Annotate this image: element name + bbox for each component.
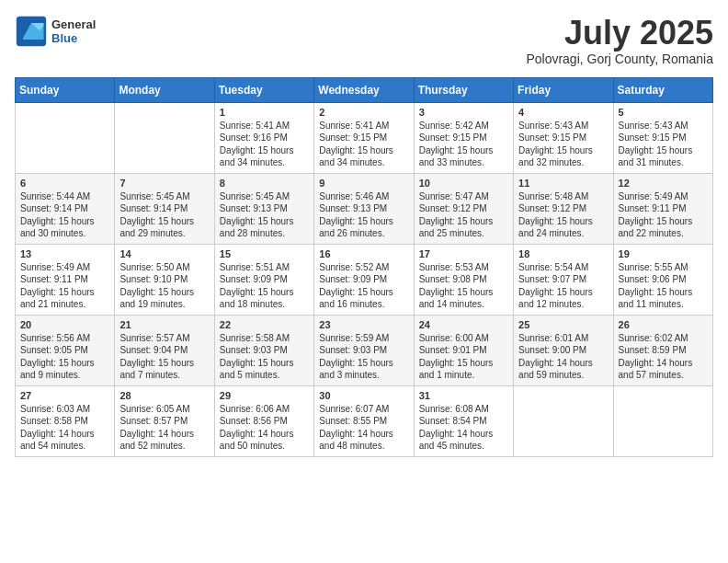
day-number: 1: [220, 107, 309, 118]
day-number: 10: [419, 178, 508, 189]
weekday-header: Tuesday: [214, 77, 313, 102]
day-number: 30: [319, 390, 408, 401]
calendar-cell: 27Sunrise: 6:03 AM Sunset: 8:58 PM Dayli…: [16, 385, 115, 456]
calendar-cell: 15Sunrise: 5:51 AM Sunset: 9:09 PM Dayli…: [214, 244, 313, 315]
day-info: Sunrise: 5:59 AM Sunset: 9:03 PM Dayligh…: [319, 332, 408, 382]
day-number: 28: [119, 390, 209, 401]
calendar-week-row: 6Sunrise: 5:44 AM Sunset: 9:14 PM Daylig…: [16, 173, 713, 244]
day-info: Sunrise: 5:45 AM Sunset: 9:13 PM Dayligh…: [220, 190, 309, 240]
logo-blue-text: Blue: [51, 31, 96, 45]
day-info: Sunrise: 6:03 AM Sunset: 8:58 PM Dayligh…: [20, 403, 109, 453]
calendar-cell: 14Sunrise: 5:50 AM Sunset: 9:10 PM Dayli…: [115, 244, 214, 315]
day-info: Sunrise: 5:48 AM Sunset: 9:12 PM Dayligh…: [518, 190, 608, 240]
calendar-cell: 19Sunrise: 5:55 AM Sunset: 9:06 PM Dayli…: [613, 244, 712, 315]
day-info: Sunrise: 6:07 AM Sunset: 8:55 PM Dayligh…: [319, 403, 408, 453]
day-number: 29: [220, 390, 309, 401]
day-info: Sunrise: 5:54 AM Sunset: 9:07 PM Dayligh…: [518, 261, 608, 311]
day-number: 8: [220, 178, 309, 189]
location-text: Polovragi, Gorj County, Romania: [526, 52, 713, 66]
weekday-header-row: SundayMondayTuesdayWednesdayThursdayFrid…: [16, 77, 713, 102]
calendar-cell: 26Sunrise: 6:02 AM Sunset: 8:59 PM Dayli…: [613, 315, 712, 385]
page-header: General Blue July 2025 Polovragi, Gorj C…: [15, 15, 713, 66]
calendar-week-row: 1Sunrise: 5:41 AM Sunset: 9:16 PM Daylig…: [16, 102, 713, 173]
calendar-cell: 11Sunrise: 5:48 AM Sunset: 9:12 PM Dayli…: [514, 173, 613, 244]
calendar-cell: 5Sunrise: 5:43 AM Sunset: 9:15 PM Daylig…: [613, 102, 712, 173]
day-info: Sunrise: 6:00 AM Sunset: 9:01 PM Dayligh…: [419, 332, 508, 382]
day-info: Sunrise: 6:05 AM Sunset: 8:57 PM Dayligh…: [119, 403, 209, 453]
day-info: Sunrise: 5:58 AM Sunset: 9:03 PM Dayligh…: [220, 332, 309, 382]
calendar-table: SundayMondayTuesdayWednesdayThursdayFrid…: [15, 77, 713, 457]
day-info: Sunrise: 6:02 AM Sunset: 8:59 PM Dayligh…: [619, 332, 708, 382]
day-number: 20: [20, 319, 109, 330]
day-number: 6: [20, 178, 109, 189]
day-info: Sunrise: 5:49 AM Sunset: 9:11 PM Dayligh…: [20, 261, 109, 311]
day-info: Sunrise: 5:56 AM Sunset: 9:05 PM Dayligh…: [20, 332, 109, 382]
day-number: 7: [119, 178, 209, 189]
day-info: Sunrise: 5:42 AM Sunset: 9:15 PM Dayligh…: [419, 120, 508, 169]
day-info: Sunrise: 5:43 AM Sunset: 9:15 PM Dayligh…: [619, 120, 708, 169]
calendar-cell: 21Sunrise: 5:57 AM Sunset: 9:04 PM Dayli…: [115, 315, 214, 385]
weekday-header: Friday: [514, 77, 613, 102]
day-info: Sunrise: 6:08 AM Sunset: 8:54 PM Dayligh…: [419, 403, 508, 453]
day-info: Sunrise: 5:44 AM Sunset: 9:14 PM Dayligh…: [20, 190, 109, 240]
weekday-header: Wednesday: [314, 77, 414, 102]
calendar-cell: 31Sunrise: 6:08 AM Sunset: 8:54 PM Dayli…: [414, 385, 513, 456]
day-info: Sunrise: 5:50 AM Sunset: 9:10 PM Dayligh…: [119, 261, 209, 311]
day-number: 25: [518, 319, 608, 330]
logo-general-text: General: [51, 17, 96, 31]
day-info: Sunrise: 6:06 AM Sunset: 8:56 PM Dayligh…: [220, 403, 309, 453]
calendar-cell: 13Sunrise: 5:49 AM Sunset: 9:11 PM Dayli…: [16, 244, 115, 315]
day-number: 14: [119, 248, 209, 259]
calendar-cell: 20Sunrise: 5:56 AM Sunset: 9:05 PM Dayli…: [16, 315, 115, 385]
day-info: Sunrise: 5:57 AM Sunset: 9:04 PM Dayligh…: [119, 332, 209, 382]
calendar-cell: 1Sunrise: 5:41 AM Sunset: 9:16 PM Daylig…: [214, 102, 313, 173]
calendar-cell: 2Sunrise: 5:41 AM Sunset: 9:15 PM Daylig…: [314, 102, 414, 173]
weekday-header: Monday: [115, 77, 214, 102]
calendar-cell: 17Sunrise: 5:53 AM Sunset: 9:08 PM Dayli…: [414, 244, 513, 315]
logo: General Blue: [15, 15, 96, 48]
day-info: Sunrise: 5:43 AM Sunset: 9:15 PM Dayligh…: [518, 120, 608, 169]
calendar-cell: 24Sunrise: 6:00 AM Sunset: 9:01 PM Dayli…: [414, 315, 513, 385]
calendar-week-row: 27Sunrise: 6:03 AM Sunset: 8:58 PM Dayli…: [16, 385, 713, 456]
day-number: 3: [419, 107, 508, 118]
calendar-cell: 10Sunrise: 5:47 AM Sunset: 9:12 PM Dayli…: [414, 173, 513, 244]
weekday-header: Sunday: [16, 77, 115, 102]
day-number: 4: [518, 107, 608, 118]
day-number: 11: [518, 178, 608, 189]
calendar-cell: [115, 102, 214, 173]
weekday-header: Thursday: [414, 77, 513, 102]
weekday-header: Saturday: [613, 77, 712, 102]
calendar-cell: 12Sunrise: 5:49 AM Sunset: 9:11 PM Dayli…: [613, 173, 712, 244]
title-block: July 2025 Polovragi, Gorj County, Romani…: [526, 15, 713, 66]
calendar-cell: 29Sunrise: 6:06 AM Sunset: 8:56 PM Dayli…: [214, 385, 313, 456]
day-info: Sunrise: 5:52 AM Sunset: 9:09 PM Dayligh…: [319, 261, 408, 311]
day-number: 13: [20, 248, 109, 259]
calendar-cell: 28Sunrise: 6:05 AM Sunset: 8:57 PM Dayli…: [115, 385, 214, 456]
day-info: Sunrise: 5:46 AM Sunset: 9:13 PM Dayligh…: [319, 190, 408, 240]
logo-text: General Blue: [51, 17, 96, 45]
calendar-cell: 23Sunrise: 5:59 AM Sunset: 9:03 PM Dayli…: [314, 315, 414, 385]
day-number: 22: [220, 319, 309, 330]
calendar-cell: 4Sunrise: 5:43 AM Sunset: 9:15 PM Daylig…: [514, 102, 613, 173]
day-number: 17: [419, 248, 508, 259]
calendar-cell: 22Sunrise: 5:58 AM Sunset: 9:03 PM Dayli…: [214, 315, 313, 385]
day-info: Sunrise: 5:51 AM Sunset: 9:09 PM Dayligh…: [220, 261, 309, 311]
day-number: 2: [319, 107, 408, 118]
day-number: 19: [619, 248, 708, 259]
month-year-title: July 2025: [526, 15, 713, 52]
day-number: 12: [619, 178, 708, 189]
calendar-cell: 25Sunrise: 6:01 AM Sunset: 9:00 PM Dayli…: [514, 315, 613, 385]
day-number: 31: [419, 390, 508, 401]
calendar-week-row: 20Sunrise: 5:56 AM Sunset: 9:05 PM Dayli…: [16, 315, 713, 385]
day-number: 18: [518, 248, 608, 259]
calendar-cell: 30Sunrise: 6:07 AM Sunset: 8:55 PM Dayli…: [314, 385, 414, 456]
day-number: 15: [220, 248, 309, 259]
calendar-cell: [514, 385, 613, 456]
day-info: Sunrise: 5:49 AM Sunset: 9:11 PM Dayligh…: [619, 190, 708, 240]
calendar-cell: 8Sunrise: 5:45 AM Sunset: 9:13 PM Daylig…: [214, 173, 313, 244]
day-info: Sunrise: 5:41 AM Sunset: 9:16 PM Dayligh…: [220, 120, 309, 169]
day-number: 23: [319, 319, 408, 330]
logo-icon: [15, 15, 48, 48]
day-number: 24: [419, 319, 508, 330]
day-number: 9: [319, 178, 408, 189]
